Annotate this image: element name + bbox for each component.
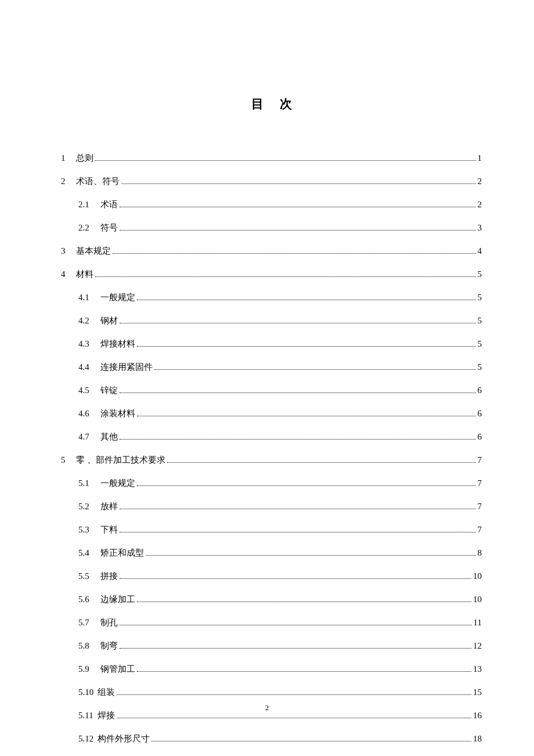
toc-entry-label: 拼接 (100, 571, 118, 582)
toc-leader-dots (137, 300, 476, 300)
toc-entry-page: 5 (478, 269, 482, 279)
toc-entry-page: 5 (478, 293, 482, 303)
toc-entry: 2.2符号3 (61, 222, 482, 233)
toc-entry-label: 钢管加工 (100, 664, 135, 675)
toc-entry-number: 2 (61, 177, 71, 186)
toc-entry-number: 4.1 (78, 293, 96, 303)
toc-entry: 5.3下料7 (61, 524, 482, 535)
toc-entry-number: 1 (61, 153, 71, 163)
toc-entry-number: 5.12 (78, 734, 96, 744)
toc-entry-label: 组装 (98, 687, 115, 698)
toc-entry-label: 涂装材料 (100, 408, 135, 419)
toc-entry-number: 4.2 (78, 316, 96, 326)
toc-entry-number: 5.6 (78, 595, 96, 604)
toc-leader-dots (120, 648, 471, 649)
toc-leader-dots (154, 369, 476, 370)
toc-entry-number: 5 (61, 455, 71, 465)
toc-entry: 2.1术语2 (61, 199, 482, 210)
toc-leader-dots (113, 253, 476, 254)
toc-entry-page: 5 (478, 316, 482, 326)
toc-entry-page: 7 (478, 525, 482, 535)
toc-entry-label: 零 、部件加工技术要求 (76, 455, 165, 466)
toc-entry: 3基本规定4 (61, 246, 482, 257)
toc-leader-dots (120, 439, 476, 440)
toc-entry-number: 4.6 (78, 409, 96, 419)
toc-entry-label: 材料 (76, 269, 93, 280)
toc-entry-label: 其他 (100, 431, 118, 442)
toc-entry-label: 矫正和成型 (100, 548, 144, 559)
toc-entry: 5.4矫正和成型8 (61, 548, 482, 559)
toc-entry-number: 5.9 (78, 664, 96, 674)
toc-entry: 2术语、符号2 (61, 176, 482, 187)
toc-entry-page: 8 (478, 548, 482, 558)
toc-entry: 4.7其他6 (61, 431, 482, 442)
toc-entry-page: 7 (478, 455, 482, 465)
toc-entry-page: 10 (473, 595, 482, 604)
toc-entry-number: 5.1 (78, 478, 96, 488)
toc-entry-page: 3 (478, 223, 482, 233)
toc-entry-page: 5 (478, 339, 482, 349)
toc-leader-dots (120, 230, 476, 231)
toc-entry: 5.6边缘加工10 (61, 594, 482, 605)
toc-leader-dots (146, 555, 476, 556)
toc-entry-number: 4.3 (78, 339, 96, 349)
toc-entry-number: 5.5 (78, 571, 96, 581)
toc-leader-dots (120, 509, 476, 509)
toc-leader-dots (95, 160, 476, 161)
toc-entry-label: 术语 (100, 199, 118, 210)
toc-leader-dots (117, 694, 471, 695)
toc-entry: 5.8制弯12 (61, 640, 482, 651)
page-title: 目次 (61, 96, 482, 112)
toc-entry-label: 放样 (100, 501, 118, 512)
toc-entry: 1总则1 (61, 153, 482, 164)
toc-entry-label: 总则 (76, 153, 93, 164)
toc-entry-page: 18 (473, 734, 482, 744)
toc-entry: 5.2放样7 (61, 501, 482, 512)
toc-entry-label: 下料 (100, 524, 118, 535)
toc-entry: 5.12构件外形尺寸18 (61, 733, 482, 744)
toc-leader-dots (120, 393, 476, 393)
toc-entry-page: 5 (478, 362, 482, 372)
toc-entry-number: 5.8 (78, 641, 96, 651)
table-of-contents: 1总则12术语、符号22.1术语22.2符号33基本规定44材料54.1一般规定… (61, 153, 482, 744)
toc-entry-page: 6 (478, 386, 482, 395)
toc-entry-page: 11 (474, 618, 482, 628)
toc-leader-dots (120, 207, 476, 207)
toc-leader-dots (137, 671, 471, 672)
toc-entry-label: 一般规定 (100, 478, 135, 489)
toc-entry-label: 制孔 (100, 617, 118, 628)
toc-entry-page: 10 (473, 571, 482, 581)
toc-entry-number: 4.5 (78, 386, 96, 395)
toc-entry-label: 锌锭 (100, 385, 118, 396)
toc-entry-page: 2 (478, 177, 482, 186)
toc-entry-page: 6 (478, 409, 482, 419)
toc-entry: 5.5拼接10 (61, 571, 482, 582)
toc-entry: 5.1一般规定7 (61, 478, 482, 489)
toc-entry-page: 7 (478, 502, 482, 512)
toc-entry-number: 4.7 (78, 432, 96, 442)
toc-entry: 4.3焊接材料5 (61, 339, 482, 350)
toc-entry-label: 术语、符号 (76, 176, 120, 187)
toc-entry-label: 符号 (100, 222, 118, 233)
toc-entry-number: 5.7 (78, 618, 96, 628)
toc-entry: 4.6涂装材料6 (61, 408, 482, 419)
toc-leader-dots (120, 578, 471, 579)
toc-entry-number: 3 (61, 246, 71, 256)
toc-leader-dots (167, 462, 476, 463)
toc-leader-dots (120, 323, 476, 323)
toc-entry-page: 12 (473, 641, 482, 651)
toc-entry-number: 5.4 (78, 548, 96, 558)
toc-entry: 4.1一般规定5 (61, 292, 482, 303)
toc-entry: 4.4连接用紧固件5 (61, 362, 482, 373)
toc-entry-page: 7 (478, 478, 482, 488)
toc-entry-label: 制弯 (100, 640, 118, 651)
toc-entry: 4材料5 (61, 269, 482, 280)
toc-entry-label: 边缘加工 (100, 594, 135, 605)
toc-leader-dots (137, 602, 471, 602)
toc-entry-number: 5.10 (78, 687, 96, 697)
toc-entry-label: 一般规定 (100, 292, 135, 303)
toc-entry-page: 13 (473, 664, 482, 674)
toc-entry-number: 5.3 (78, 525, 96, 535)
page-number: 2 (0, 703, 534, 712)
toc-entry: 4.5锌锭6 (61, 385, 482, 396)
